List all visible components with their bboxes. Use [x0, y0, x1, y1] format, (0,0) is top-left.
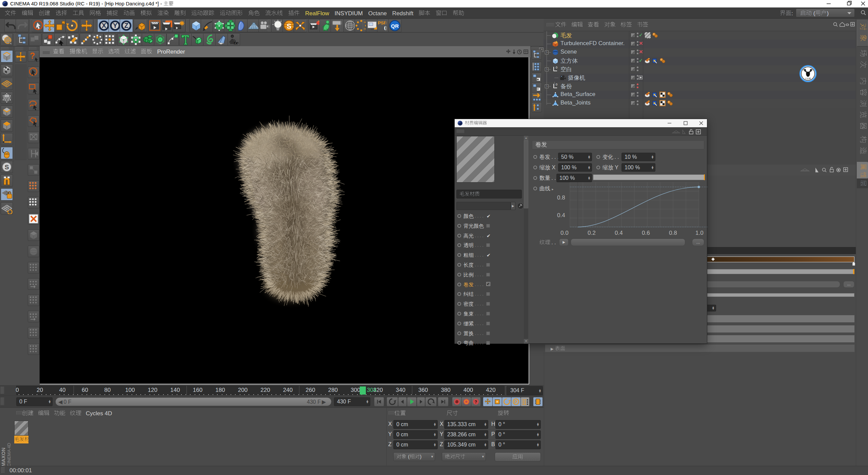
svg-text:P: P — [514, 400, 517, 404]
svg-text:0: 0 — [556, 83, 557, 86]
svg-text:?: ? — [30, 51, 35, 60]
svg-text:X: X — [102, 22, 106, 29]
svg-text:Y: Y — [113, 22, 117, 29]
svg-text:行走者: 行走者 — [805, 77, 811, 80]
svg-text:MAXON: MAXON — [1, 448, 6, 467]
svg-text:S: S — [5, 164, 9, 171]
svg-text:S: S — [287, 22, 292, 30]
svg-text:0: 0 — [556, 66, 557, 69]
svg-text:?: ? — [475, 400, 477, 404]
svg-text:QR: QR — [391, 23, 399, 29]
svg-text:CINEMA 4D: CINEMA 4D — [6, 443, 12, 467]
svg-text:Z: Z — [124, 22, 129, 29]
